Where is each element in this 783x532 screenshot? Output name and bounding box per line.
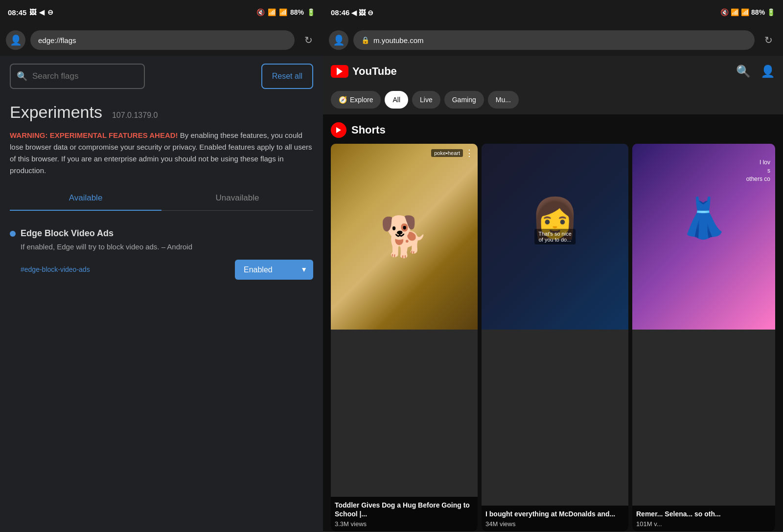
left-status-photo-icon: 🖼 <box>29 8 36 16</box>
left-address-bar: 👤 ↻ <box>0 24 323 56</box>
youtube-account-button[interactable]: 👤 <box>760 65 775 78</box>
category-music-label: Mu... <box>496 96 511 104</box>
short-thumb-dog-bg <box>331 144 478 330</box>
experiments-header: Experiments 107.0.1379.0 <box>10 103 313 122</box>
right-address-bar: 👤 🔒 m.youtube.com ↻ <box>323 24 783 56</box>
short-info-2: I bought everything at McDonalds and... … <box>482 506 628 532</box>
short-info-1: Toddler Gives Dog a Hug Before Going to … <box>331 497 478 532</box>
experiments-section: Experiments 107.0.1379.0 WARNING: EXPERI… <box>0 95 323 219</box>
right-reload-button[interactable]: ↻ <box>760 31 777 49</box>
short-source-label-1: poke•heart <box>431 149 463 157</box>
left-profile-button[interactable]: 👤 <box>6 30 25 50</box>
left-status-left: 08:45 🖼 ◀ ⊖ <box>8 8 53 17</box>
tab-available[interactable]: Available <box>10 186 161 211</box>
warning-highlight: WARNING: EXPERIMENTAL FEATURES AHEAD! <box>10 131 178 139</box>
short-card-partial[interactable]: I lovsothers co Remer... Selena... so ot… <box>632 144 775 532</box>
right-battery-icon: 🔋 <box>767 8 775 16</box>
youtube-header-icons: 🔍 👤 <box>736 65 775 78</box>
lock-icon: 🔒 <box>361 36 369 44</box>
flag-dropdown[interactable]: Default Enabled Disabled <box>235 260 313 280</box>
left-address-input[interactable] <box>30 30 295 50</box>
flags-list: Edge Block Video Ads If enabled, Edge wi… <box>0 219 323 289</box>
category-gaming[interactable]: Gaming <box>444 91 484 109</box>
right-panel: 08:46 ◀ 🖼 ⊖ 🔇 📶 📶 88% 🔋 👤 🔒 m.youtube.co… <box>323 0 783 532</box>
flag-title: Edge Block Video Ads <box>21 228 114 239</box>
flag-bottom-row: #edge-block-video-ads Default Enabled Di… <box>10 260 313 280</box>
youtube-logo-icon <box>331 65 348 78</box>
short-more-icon-1[interactable]: ⋮ <box>465 148 474 158</box>
category-explore-label: Explore <box>350 96 373 104</box>
short-title-2: I bought everything at McDonalds and... <box>485 510 624 518</box>
short-info-3: Remer... Selena... so oth... 101M v... <box>632 506 775 532</box>
tab-unavailable[interactable]: Unavailable <box>161 186 313 211</box>
short-thumbnail-mcd: That's so niceof you to do... <box>482 144 628 330</box>
left-wifi-icon: 📶 <box>268 8 276 16</box>
left-time: 08:45 <box>8 8 26 17</box>
right-status-right: 🔇 📶 📶 88% 🔋 <box>720 8 775 16</box>
youtube-header: YouTube 🔍 👤 <box>323 56 783 87</box>
right-mute-icon: 🔇 <box>720 8 729 16</box>
short-thumb-girl-bg: That's so niceof you to do... <box>482 144 628 330</box>
flag-title-row: Edge Block Video Ads <box>10 228 313 239</box>
shorts-row: poke•heart ⋮ Toddler Gives Dog a Hug Bef… <box>323 144 783 532</box>
compass-icon: 🧭 <box>339 96 347 104</box>
right-signal-icon: 📶 <box>741 8 749 16</box>
shorts-title: Shorts <box>351 124 386 136</box>
mcd-overlay-text: That's so niceof you to do... <box>534 229 576 244</box>
youtube-logo-text: YouTube <box>352 65 397 78</box>
short-title-3: Remer... Selena... so oth... <box>636 510 771 518</box>
short-views-3: 101M v... <box>636 520 771 528</box>
partial-overlay-text: I lovsothers co <box>746 158 770 183</box>
experiments-title: Experiments <box>10 103 102 122</box>
left-status-right: 🔇 📶 📶 88% 🔋 <box>256 8 315 16</box>
category-live[interactable]: Live <box>412 91 440 109</box>
experiments-version: 107.0.1379.0 <box>112 111 158 120</box>
short-overlay-top-1: poke•heart ⋮ <box>431 148 474 158</box>
right-status-nav-icon: ◀ <box>351 9 357 17</box>
right-profile-button[interactable]: 👤 <box>329 30 348 50</box>
left-status-block-icon: ⊖ <box>47 8 53 16</box>
youtube-search-button[interactable]: 🔍 <box>736 65 751 78</box>
right-profile-icon: 👤 <box>333 34 345 46</box>
category-gaming-label: Gaming <box>452 96 476 104</box>
search-flags-input[interactable] <box>10 64 145 89</box>
category-all[interactable]: All <box>385 91 408 109</box>
category-live-label: Live <box>420 96 433 104</box>
right-battery-label: 88% <box>751 8 765 16</box>
youtube-play-icon <box>337 67 343 75</box>
youtube-categories: 🧭 Explore All Live Gaming Mu... <box>323 87 783 114</box>
left-panel: 08:45 🖼 ◀ ⊖ 🔇 📶 📶 88% 🔋 👤 ↻ 🔍 Reset all <box>0 0 323 532</box>
category-all-label: All <box>392 96 400 104</box>
left-reload-button[interactable]: ↻ <box>299 31 317 49</box>
right-status-left: 08:46 ◀ 🖼 ⊖ <box>331 8 373 17</box>
tabs-row: Available Unavailable <box>10 186 313 211</box>
category-explore[interactable]: 🧭 Explore <box>331 91 381 109</box>
short-card-mcd[interactable]: That's so niceof you to do... I bought e… <box>482 144 628 532</box>
short-views-2: 34M views <box>485 520 624 528</box>
left-status-nav-icon: ◀ <box>39 8 45 16</box>
flag-description: If enabled, Edge will try to block video… <box>10 242 313 253</box>
short-thumbnail-partial: I lovsothers co <box>632 144 775 330</box>
left-mute-icon: 🔇 <box>256 8 265 16</box>
right-status-bar: 08:46 ◀ 🖼 ⊖ 🔇 📶 📶 88% 🔋 <box>323 0 783 24</box>
shorts-icon <box>331 122 346 138</box>
category-music[interactable]: Mu... <box>488 91 519 109</box>
right-address-text: m.youtube.com <box>373 36 424 44</box>
shorts-play-icon <box>336 127 341 133</box>
short-views-1: 3.3M views <box>335 520 474 528</box>
youtube-logo[interactable]: YouTube <box>331 65 397 78</box>
right-time: 08:46 <box>331 8 349 17</box>
short-thumbnail-dog: poke•heart ⋮ <box>331 144 478 330</box>
warning-text: WARNING: EXPERIMENTAL FEATURES AHEAD! By… <box>10 130 313 177</box>
reset-all-button[interactable]: Reset all <box>261 64 313 89</box>
left-status-bar: 08:45 🖼 ◀ ⊖ 🔇 📶 📶 88% 🔋 <box>0 0 323 24</box>
right-address-input-wrapper[interactable]: 🔒 m.youtube.com <box>353 30 755 50</box>
left-battery-icon: 🔋 <box>307 8 315 16</box>
short-card-dog[interactable]: poke•heart ⋮ Toddler Gives Dog a Hug Bef… <box>331 144 478 532</box>
right-status-block-icon: ⊖ <box>368 9 373 17</box>
left-signal-icon: 📶 <box>279 8 287 16</box>
right-wifi-icon: 📶 <box>731 8 739 16</box>
right-status-photo-icon: 🖼 <box>359 9 366 17</box>
flag-link[interactable]: #edge-block-video-ads <box>21 266 90 273</box>
flag-dropdown-wrapper: Default Enabled Disabled ▼ <box>235 260 313 280</box>
